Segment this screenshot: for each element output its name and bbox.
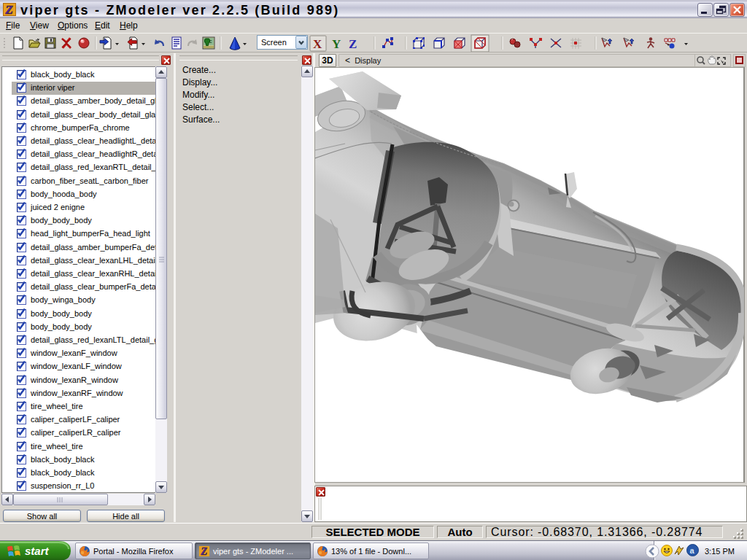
svg-text:Y: Y	[332, 37, 341, 51]
svg-text:Z: Z	[349, 37, 357, 51]
svg-text:Z: Z	[200, 545, 207, 557]
svg-text:a: a	[690, 546, 695, 555]
svg-text:c: c	[209, 39, 212, 44]
svg-text:X: X	[313, 37, 322, 51]
svg-text:start: start	[25, 545, 50, 557]
svg-text:Z: Z	[4, 3, 12, 16]
